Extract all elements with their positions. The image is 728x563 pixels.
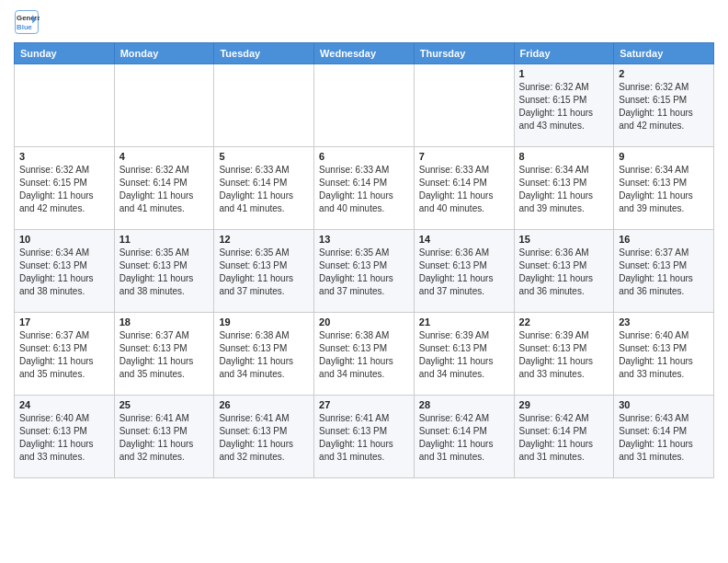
- calendar-week-5: 24Sunrise: 6:40 AM Sunset: 6:13 PM Dayli…: [15, 396, 714, 478]
- day-number: 27: [319, 399, 409, 410]
- day-number: 22: [519, 316, 609, 327]
- weekday-header-thursday: Thursday: [414, 43, 514, 64]
- day-info: Sunrise: 6:41 AM Sunset: 6:13 PM Dayligh…: [319, 412, 409, 464]
- logo-icon: General Blue: [14, 9, 40, 35]
- weekday-header-wednesday: Wednesday: [314, 43, 415, 64]
- day-info: Sunrise: 6:37 AM Sunset: 6:13 PM Dayligh…: [19, 329, 109, 381]
- calendar-cell: 4Sunrise: 6:32 AM Sunset: 6:14 PM Daylig…: [114, 147, 214, 230]
- weekday-header-sunday: Sunday: [15, 43, 115, 64]
- day-info: Sunrise: 6:42 AM Sunset: 6:14 PM Dayligh…: [419, 412, 509, 464]
- day-number: 6: [319, 151, 409, 162]
- calendar-week-4: 17Sunrise: 6:37 AM Sunset: 6:13 PM Dayli…: [15, 313, 714, 396]
- calendar-cell: 27Sunrise: 6:41 AM Sunset: 6:13 PM Dayli…: [314, 396, 415, 478]
- page: General Blue SundayMondayTuesdayWednesda…: [0, 0, 728, 563]
- calendar-cell: 9Sunrise: 6:34 AM Sunset: 6:13 PM Daylig…: [614, 147, 714, 230]
- calendar-week-1: 1Sunrise: 6:32 AM Sunset: 6:15 PM Daylig…: [15, 64, 714, 147]
- calendar-cell: 10Sunrise: 6:34 AM Sunset: 6:13 PM Dayli…: [15, 230, 115, 313]
- svg-text:General: General: [17, 14, 40, 22]
- calendar-body: 1Sunrise: 6:32 AM Sunset: 6:15 PM Daylig…: [15, 64, 714, 478]
- day-info: Sunrise: 6:36 AM Sunset: 6:13 PM Dayligh…: [419, 247, 509, 298]
- header: General Blue: [14, 9, 714, 35]
- weekday-header-friday: Friday: [514, 43, 614, 64]
- day-info: Sunrise: 6:37 AM Sunset: 6:13 PM Dayligh…: [119, 329, 210, 381]
- calendar-cell: 12Sunrise: 6:35 AM Sunset: 6:13 PM Dayli…: [214, 230, 314, 313]
- calendar-cell: 8Sunrise: 6:34 AM Sunset: 6:13 PM Daylig…: [514, 147, 614, 230]
- day-info: Sunrise: 6:34 AM Sunset: 6:13 PM Dayligh…: [519, 164, 609, 215]
- calendar-table: SundayMondayTuesdayWednesdayThursdayFrid…: [14, 42, 714, 478]
- day-info: Sunrise: 6:33 AM Sunset: 6:14 PM Dayligh…: [219, 164, 309, 215]
- day-info: Sunrise: 6:32 AM Sunset: 6:15 PM Dayligh…: [519, 81, 609, 132]
- calendar-cell: 23Sunrise: 6:40 AM Sunset: 6:13 PM Dayli…: [614, 313, 714, 396]
- calendar-cell: 18Sunrise: 6:37 AM Sunset: 6:13 PM Dayli…: [114, 313, 214, 396]
- calendar-cell: 16Sunrise: 6:37 AM Sunset: 6:13 PM Dayli…: [614, 230, 714, 313]
- day-number: 28: [419, 399, 509, 410]
- day-info: Sunrise: 6:40 AM Sunset: 6:13 PM Dayligh…: [619, 329, 709, 381]
- day-info: Sunrise: 6:37 AM Sunset: 6:13 PM Dayligh…: [619, 247, 709, 298]
- calendar-header: SundayMondayTuesdayWednesdayThursdayFrid…: [15, 43, 714, 64]
- calendar-cell: 13Sunrise: 6:35 AM Sunset: 6:13 PM Dayli…: [314, 230, 415, 313]
- calendar-week-3: 10Sunrise: 6:34 AM Sunset: 6:13 PM Dayli…: [15, 230, 714, 313]
- day-number: 9: [619, 151, 709, 162]
- calendar-cell: 6Sunrise: 6:33 AM Sunset: 6:14 PM Daylig…: [314, 147, 415, 230]
- calendar-cell: 7Sunrise: 6:33 AM Sunset: 6:14 PM Daylig…: [414, 147, 514, 230]
- day-info: Sunrise: 6:32 AM Sunset: 6:15 PM Dayligh…: [619, 81, 709, 132]
- day-info: Sunrise: 6:35 AM Sunset: 6:13 PM Dayligh…: [319, 247, 409, 298]
- calendar-cell: [114, 64, 214, 147]
- day-info: Sunrise: 6:32 AM Sunset: 6:14 PM Dayligh…: [119, 164, 210, 215]
- calendar-cell: 1Sunrise: 6:32 AM Sunset: 6:15 PM Daylig…: [514, 64, 614, 147]
- day-number: 19: [219, 316, 309, 327]
- day-info: Sunrise: 6:42 AM Sunset: 6:14 PM Dayligh…: [519, 412, 609, 464]
- day-info: Sunrise: 6:36 AM Sunset: 6:13 PM Dayligh…: [519, 247, 609, 298]
- day-number: 26: [219, 399, 309, 410]
- day-info: Sunrise: 6:32 AM Sunset: 6:15 PM Dayligh…: [19, 164, 109, 215]
- day-number: 11: [119, 234, 210, 245]
- day-info: Sunrise: 6:33 AM Sunset: 6:14 PM Dayligh…: [319, 164, 409, 215]
- day-info: Sunrise: 6:35 AM Sunset: 6:13 PM Dayligh…: [219, 247, 309, 298]
- day-number: 2: [619, 68, 709, 79]
- weekday-header-tuesday: Tuesday: [214, 43, 314, 64]
- calendar-cell: 28Sunrise: 6:42 AM Sunset: 6:14 PM Dayli…: [414, 396, 514, 478]
- calendar-cell: 29Sunrise: 6:42 AM Sunset: 6:14 PM Dayli…: [514, 396, 614, 478]
- day-info: Sunrise: 6:34 AM Sunset: 6:13 PM Dayligh…: [19, 247, 109, 298]
- day-number: 23: [619, 316, 709, 327]
- day-number: 4: [119, 151, 210, 162]
- calendar-cell: 17Sunrise: 6:37 AM Sunset: 6:13 PM Dayli…: [15, 313, 115, 396]
- day-info: Sunrise: 6:40 AM Sunset: 6:13 PM Dayligh…: [19, 412, 109, 464]
- day-number: 30: [619, 399, 709, 410]
- day-info: Sunrise: 6:33 AM Sunset: 6:14 PM Dayligh…: [419, 164, 509, 215]
- day-number: 25: [119, 399, 210, 410]
- calendar-cell: 30Sunrise: 6:43 AM Sunset: 6:14 PM Dayli…: [614, 396, 714, 478]
- calendar-cell: 25Sunrise: 6:41 AM Sunset: 6:13 PM Dayli…: [114, 396, 214, 478]
- calendar-cell: 21Sunrise: 6:39 AM Sunset: 6:13 PM Dayli…: [414, 313, 514, 396]
- day-info: Sunrise: 6:39 AM Sunset: 6:13 PM Dayligh…: [519, 329, 609, 381]
- day-number: 15: [519, 234, 609, 245]
- day-number: 7: [419, 151, 509, 162]
- day-number: 3: [19, 151, 109, 162]
- day-number: 14: [419, 234, 509, 245]
- weekday-row: SundayMondayTuesdayWednesdayThursdayFrid…: [15, 43, 714, 64]
- day-number: 8: [519, 151, 609, 162]
- calendar-cell: 19Sunrise: 6:38 AM Sunset: 6:13 PM Dayli…: [214, 313, 314, 396]
- day-number: 18: [119, 316, 210, 327]
- svg-text:Blue: Blue: [17, 23, 33, 31]
- logo: General Blue: [14, 9, 43, 35]
- weekday-header-saturday: Saturday: [614, 43, 714, 64]
- calendar-cell: 2Sunrise: 6:32 AM Sunset: 6:15 PM Daylig…: [614, 64, 714, 147]
- calendar-cell: 15Sunrise: 6:36 AM Sunset: 6:13 PM Dayli…: [514, 230, 614, 313]
- day-info: Sunrise: 6:43 AM Sunset: 6:14 PM Dayligh…: [619, 412, 709, 464]
- day-number: 21: [419, 316, 509, 327]
- calendar-cell: [314, 64, 415, 147]
- day-number: 13: [319, 234, 409, 245]
- calendar-cell: 24Sunrise: 6:40 AM Sunset: 6:13 PM Dayli…: [15, 396, 115, 478]
- day-number: 24: [19, 399, 109, 410]
- day-info: Sunrise: 6:39 AM Sunset: 6:13 PM Dayligh…: [419, 329, 509, 381]
- calendar-cell: [214, 64, 314, 147]
- day-number: 5: [219, 151, 309, 162]
- day-number: 10: [19, 234, 109, 245]
- day-info: Sunrise: 6:41 AM Sunset: 6:13 PM Dayligh…: [119, 412, 210, 464]
- day-info: Sunrise: 6:34 AM Sunset: 6:13 PM Dayligh…: [619, 164, 709, 215]
- day-number: 16: [619, 234, 709, 245]
- day-number: 20: [319, 316, 409, 327]
- day-info: Sunrise: 6:35 AM Sunset: 6:13 PM Dayligh…: [119, 247, 210, 298]
- calendar-cell: [15, 64, 115, 147]
